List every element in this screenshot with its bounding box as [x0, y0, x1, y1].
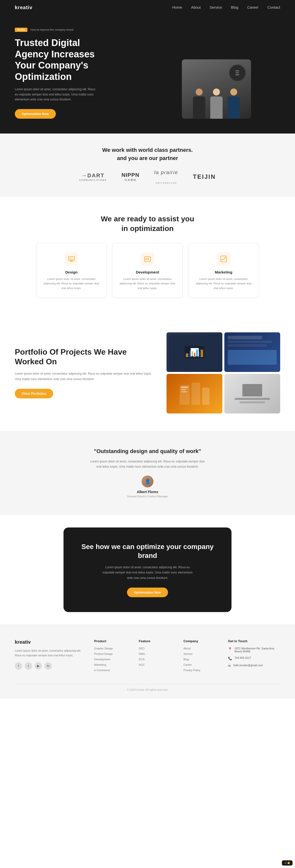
- hero-section: BLOG How to improve the company brand Tr…: [0, 15, 295, 133]
- svg-rect-9: [186, 353, 188, 357]
- footer-company-item-3[interactable]: Blog: [183, 658, 218, 661]
- person-1-head: [196, 89, 203, 95]
- portfolio-title: Portfolio Of Projects We Have Worked On: [15, 347, 154, 366]
- footer-col-product-title: Product: [94, 639, 129, 643]
- nav-link-home[interactable]: Home: [172, 5, 182, 9]
- nav-item-about[interactable]: About: [191, 5, 201, 10]
- phone-icon: 📞: [228, 657, 232, 660]
- footer-brand-name: kreativ: [15, 639, 84, 645]
- partner-dart: →DART COMMUNICATIONS: [79, 173, 107, 181]
- portfolio-image-4: [224, 374, 280, 413]
- footer-feature-item-1[interactable]: SEO: [139, 647, 174, 650]
- partner-laprairie: la prairie SWITZERLAND: [154, 169, 178, 184]
- footer: kreativ Lorem ipsum dolor sit amet, cons…: [0, 624, 295, 699]
- footer-bottom: © 2024 kreativ. All rights reserved.: [15, 684, 280, 691]
- partner-dart-sub: COMMUNICATIONS: [79, 179, 107, 181]
- svg-rect-10: [190, 351, 192, 357]
- social-linkedin[interactable]: in: [44, 662, 52, 670]
- footer-company-item-5[interactable]: Privacy Policy: [183, 669, 218, 672]
- hero-image: Ξ: [153, 27, 280, 119]
- partner-teijin: TEIJIN: [193, 173, 216, 180]
- portfolio-image-1: [166, 332, 222, 372]
- svg-rect-12: [197, 351, 199, 357]
- footer-contact-email: ✉ hello.kreativ@gmail.com: [228, 664, 280, 668]
- service-icon-marketing: [217, 252, 230, 266]
- footer-product-item-5[interactable]: e-Commerce: [94, 669, 129, 672]
- service-desc-development: Lorem ipsum dolor sit amet, consectetur …: [119, 277, 176, 290]
- footer-company-item-4[interactable]: Career: [183, 663, 218, 666]
- portfolio-section: Portfolio Of Projects We Have Worked On …: [0, 315, 295, 431]
- footer-product-item-1[interactable]: Graphic Design: [94, 647, 129, 650]
- nav-link-career[interactable]: Career: [247, 5, 258, 9]
- hero-cta-button[interactable]: Optimization Now: [15, 109, 56, 119]
- nav-item-home[interactable]: Home: [172, 5, 182, 10]
- person-2-body: [210, 96, 223, 119]
- footer-col-company-title: Company: [183, 639, 218, 643]
- footer-product-item-2[interactable]: Product Design: [94, 652, 129, 655]
- nav-item-blog[interactable]: Blog: [231, 5, 238, 10]
- hero-desc: Lorem ipsum dolor sit amet, consectetur …: [15, 87, 99, 102]
- svg-rect-11: [193, 348, 196, 357]
- cta-box: See how we can optimize your company bra…: [64, 527, 231, 612]
- footer-col-contact-title: Get in Touch: [228, 639, 280, 643]
- footer-company-item-2[interactable]: Service: [183, 652, 218, 655]
- hero-photo: Ξ: [182, 59, 251, 119]
- email-icon: ✉: [228, 664, 231, 668]
- nav-logo[interactable]: kreativ: [15, 5, 33, 10]
- nav-link-about[interactable]: About: [191, 5, 201, 9]
- footer-product-item-4[interactable]: Marketing: [94, 663, 129, 666]
- footer-col-feature: Feature SEO SMO DCA AGC: [139, 639, 174, 674]
- service-name-development: Development: [119, 270, 176, 274]
- social-facebook[interactable]: f: [15, 662, 22, 670]
- person-3: [226, 89, 241, 119]
- footer-social: f t ▶ in: [15, 662, 84, 670]
- partners-title: We work with world class partners.and yo…: [15, 146, 280, 162]
- portfolio-images: [166, 332, 280, 413]
- portfolio-left: Portfolio Of Projects We Have Worked On …: [15, 347, 154, 398]
- person-1: [192, 89, 206, 119]
- footer-phone-text: 704.555.0127: [234, 656, 251, 659]
- footer-product-item-3[interactable]: Development: [94, 658, 129, 661]
- nav-item-career[interactable]: Career: [247, 5, 258, 10]
- testimonial-text: Lorem ipsum dolor sit amet, consectetur …: [88, 459, 207, 470]
- footer-brand-desc: Lorem ipsum dolor sit amet, consectetur …: [15, 648, 84, 657]
- nav-item-contact[interactable]: Contact: [267, 5, 280, 10]
- testimonial-quote: "Outstanding design and quality of work": [15, 448, 280, 455]
- service-desc-marketing: Lorem ipsum dolor sit amet, consectetur …: [195, 277, 253, 290]
- cta-button[interactable]: Optimization Now: [127, 588, 168, 597]
- navbar: kreativ Home About Service Blog Career C…: [0, 0, 295, 15]
- svg-rect-7: [221, 256, 227, 262]
- portfolio-image-3: [166, 374, 222, 413]
- social-youtube[interactable]: ▶: [35, 662, 42, 670]
- services-section: We are ready to assist youin optimizatio…: [0, 196, 295, 315]
- partner-nippn: NIPPN日本製粉: [122, 172, 139, 182]
- footer-address-text: 2972 Westheimer Rd. Santa Ana, Illinois …: [234, 647, 280, 653]
- testimonial-avatar: 👤: [141, 475, 154, 488]
- nav-item-service[interactable]: Service: [209, 5, 222, 10]
- nav-link-contact[interactable]: Contact: [267, 5, 280, 9]
- portfolio-image-2: [224, 332, 280, 372]
- footer-feature-item-4[interactable]: AGC: [139, 663, 174, 666]
- social-twitter[interactable]: t: [25, 662, 32, 670]
- hero-photo-sim: [182, 59, 251, 119]
- footer-company-item-1[interactable]: About: [183, 647, 218, 650]
- testimonial-author-name: Albert Flores: [15, 490, 280, 494]
- footer-feature-item-3[interactable]: DCA: [139, 658, 174, 661]
- partners-section: We work with world class partners.and yo…: [0, 133, 295, 196]
- footer-feature-list: SEO SMO DCA AGC: [139, 647, 174, 666]
- nav-link-blog[interactable]: Blog: [231, 5, 238, 9]
- footer-product-list: Graphic Design Product Design Developmen…: [94, 647, 129, 672]
- footer-col-feature-title: Feature: [139, 639, 174, 643]
- partner-logos: →DART COMMUNICATIONS NIPPN日本製粉 la prairi…: [15, 169, 280, 184]
- footer-feature-item-2[interactable]: SMO: [139, 652, 174, 655]
- service-icon-development: [141, 252, 154, 266]
- footer-col-product: Product Graphic Design Product Design De…: [94, 639, 129, 674]
- portfolio-cta-button[interactable]: Other Portfolios: [15, 389, 53, 398]
- footer-brand: kreativ Lorem ipsum dolor sit amet, cons…: [15, 639, 84, 674]
- person-3-head: [230, 89, 237, 95]
- person-3-body: [228, 96, 240, 119]
- footer-col-company: Company About Service Blog Career Privac…: [183, 639, 218, 674]
- nav-link-service[interactable]: Service: [209, 5, 222, 9]
- service-name-design: Design: [42, 270, 100, 274]
- hero-content: BLOG How to improve the company brand Tr…: [15, 27, 153, 119]
